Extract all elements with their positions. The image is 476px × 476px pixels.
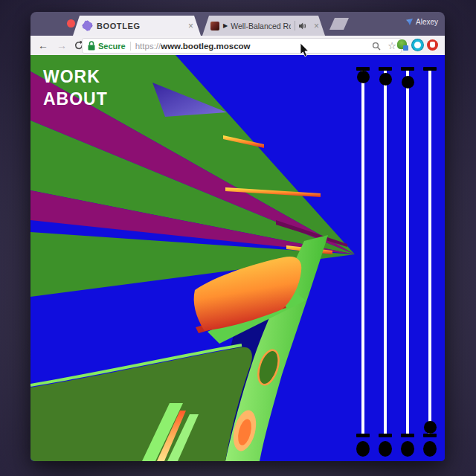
vertical-slider-4[interactable] bbox=[422, 67, 438, 457]
close-tab-icon[interactable]: × bbox=[311, 22, 325, 30]
album-art-favicon-icon bbox=[210, 22, 219, 30]
new-tab-button[interactable] bbox=[329, 18, 349, 30]
slider-knob[interactable] bbox=[379, 73, 392, 86]
tab-well-balanced-rollback[interactable]: ▶ Well-Balanced Rollback × bbox=[202, 16, 325, 36]
slider-track[interactable] bbox=[384, 71, 387, 434]
slider-foot-dot bbox=[356, 441, 370, 457]
nav-link-work[interactable]: WORK bbox=[43, 68, 100, 86]
desktop-background: BOOTLEG × ▶ Well-Balanced Rollback × Ale… bbox=[0, 0, 476, 476]
slider-knob[interactable] bbox=[424, 421, 437, 434]
playing-icon: ▶ bbox=[223, 22, 228, 29]
bookmark-star-icon[interactable]: ☆ bbox=[387, 41, 396, 51]
slider-bottom-cap bbox=[401, 434, 414, 437]
bootleg-favicon-icon bbox=[83, 22, 91, 30]
url-host: www.bootleg.moscow bbox=[161, 42, 250, 51]
url-divider bbox=[130, 42, 131, 51]
tab-title: BOOTLEG bbox=[97, 22, 141, 30]
slider-bottom-cap bbox=[356, 434, 370, 437]
nav-link-about[interactable]: ABOUT bbox=[43, 91, 108, 108]
cyan-ring-extension-icon[interactable] bbox=[412, 39, 423, 51]
tab-strip: BOOTLEG × ▶ Well-Balanced Rollback × Ale… bbox=[30, 12, 445, 36]
close-window-button[interactable] bbox=[67, 19, 75, 28]
slider-track[interactable] bbox=[406, 71, 409, 434]
slider-knob[interactable] bbox=[357, 71, 370, 83]
slider-foot-dot bbox=[379, 441, 392, 457]
browser-toolbar: ← → Secure https://www.bootleg.moscow bbox=[30, 36, 445, 55]
slider-bottom-cap bbox=[379, 434, 392, 437]
security-label: Secure bbox=[98, 42, 126, 51]
vertical-slider-1[interactable] bbox=[355, 67, 371, 457]
close-tab-icon[interactable]: × bbox=[185, 22, 199, 30]
audio-speaker-icon bbox=[299, 22, 306, 30]
slider-foot-dot bbox=[423, 441, 437, 457]
slider-foot-dot bbox=[401, 441, 414, 457]
profile-avatar-icon bbox=[406, 19, 413, 25]
back-button[interactable]: ← bbox=[37, 40, 49, 51]
forward-button[interactable]: → bbox=[56, 40, 68, 51]
slider-knob[interactable] bbox=[402, 76, 414, 89]
vertical-slider-3[interactable] bbox=[399, 67, 416, 457]
address-bar[interactable]: Secure https://www.bootleg.moscow ☆ bbox=[82, 38, 402, 54]
vertical-slider-2[interactable] bbox=[377, 67, 393, 457]
tab-bootleg[interactable]: BOOTLEG × bbox=[73, 16, 201, 36]
search-icon[interactable] bbox=[372, 42, 381, 51]
mouse-cursor bbox=[300, 43, 310, 58]
red-hand-blocker-extension-icon[interactable] bbox=[427, 39, 438, 51]
browser-window: BOOTLEG × ▶ Well-Balanced Rollback × Ale… bbox=[30, 12, 445, 461]
slider-track[interactable] bbox=[361, 71, 364, 434]
profile-chip[interactable]: Alexey bbox=[406, 18, 438, 26]
green-tree-extension-icon[interactable] bbox=[397, 39, 408, 51]
slider-track[interactable] bbox=[428, 71, 431, 434]
tab-title: Well-Balanced Rollback bbox=[231, 22, 291, 30]
profile-name: Alexey bbox=[416, 18, 438, 26]
url-scheme: https:// bbox=[135, 42, 161, 51]
slider-bottom-cap bbox=[423, 434, 437, 437]
page-viewport: WORK ABOUT bbox=[30, 55, 445, 461]
secure-lock-icon bbox=[88, 41, 95, 51]
tab-divider bbox=[295, 21, 295, 30]
